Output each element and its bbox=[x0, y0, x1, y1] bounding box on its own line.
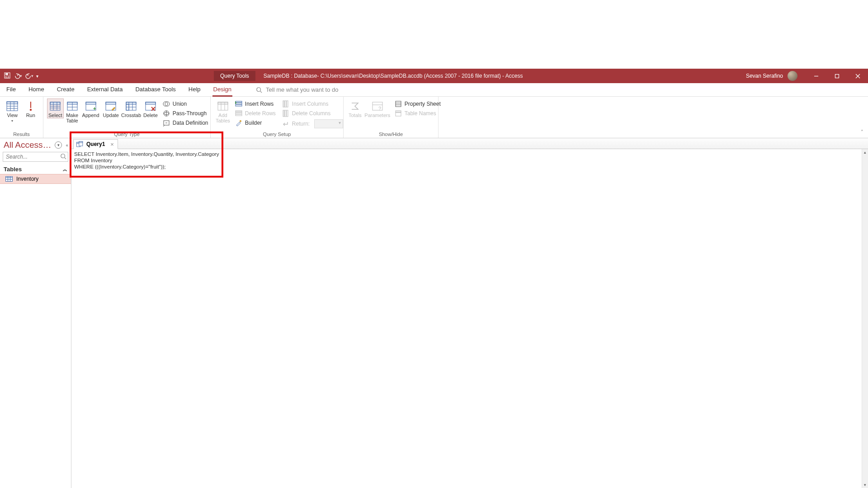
view-button[interactable]: View ▾ bbox=[4, 99, 21, 123]
run-button[interactable]: Run bbox=[22, 99, 40, 118]
property-sheet-icon bbox=[395, 100, 402, 108]
builder-icon bbox=[235, 119, 242, 127]
close-button[interactable] bbox=[847, 69, 868, 83]
make-table-button[interactable]: Make Table bbox=[65, 99, 80, 124]
delete-button[interactable]: Delete bbox=[142, 99, 159, 118]
navpane-section-tables[interactable]: Tables ︽ bbox=[0, 164, 71, 174]
return-icon bbox=[282, 120, 289, 127]
user-avatar[interactable] bbox=[788, 71, 797, 81]
scroll-down-icon[interactable]: ▾ bbox=[862, 482, 868, 488]
navpane-menu-icon[interactable]: ▾ bbox=[55, 141, 62, 149]
table-names-label: Table Names bbox=[405, 110, 436, 117]
tab-help[interactable]: Help bbox=[182, 83, 207, 96]
ribbon-group-query-setup: Add Tables + Insert Rows Delete Rows Bui… bbox=[211, 97, 344, 138]
view-label: View bbox=[7, 113, 18, 118]
navpane-item-inventory[interactable]: Inventory bbox=[0, 174, 71, 184]
delete-columns-label: Delete Columns bbox=[292, 110, 330, 117]
close-tab-icon[interactable]: × bbox=[110, 141, 114, 148]
tab-file[interactable]: File bbox=[0, 83, 22, 96]
crosstab-label: Crosstab bbox=[121, 113, 141, 118]
document-tabstrip: Query1 × bbox=[71, 138, 868, 149]
tell-me-input[interactable] bbox=[266, 86, 383, 93]
append-label: Append bbox=[82, 113, 99, 118]
update-button[interactable]: Update bbox=[102, 99, 120, 118]
group-label-query-type: Query Type bbox=[43, 131, 210, 137]
delete-rows-button: Delete Rows bbox=[232, 109, 278, 118]
ribbon: View ▾ Run Results Select Make Table + bbox=[0, 97, 868, 138]
contextual-tab-query-tools[interactable]: Query Tools bbox=[214, 71, 255, 81]
crosstab-button[interactable]: Crosstab bbox=[121, 99, 141, 118]
delete-rows-icon bbox=[235, 110, 242, 117]
navpane-title[interactable]: All Access … bbox=[4, 140, 53, 150]
navpane-collapse-icon[interactable]: « bbox=[66, 143, 68, 148]
svg-line-8 bbox=[260, 91, 262, 93]
search-icon bbox=[256, 87, 262, 93]
data-definition-button[interactable]: Data Definition bbox=[160, 118, 211, 127]
svg-rect-38 bbox=[146, 102, 156, 104]
totals-button: Totals bbox=[347, 99, 363, 118]
property-sheet-button[interactable]: Property Sheet bbox=[392, 99, 443, 108]
collapse-ribbon-icon[interactable]: ˄ bbox=[861, 129, 863, 135]
customize-qat-icon[interactable]: ▾ bbox=[36, 74, 38, 79]
svg-point-16 bbox=[30, 109, 32, 111]
select-button[interactable]: Select bbox=[47, 99, 64, 118]
svg-point-58 bbox=[240, 120, 241, 122]
document-tab-query1[interactable]: Query1 × bbox=[73, 139, 118, 149]
tab-design[interactable]: Design bbox=[207, 83, 238, 96]
group-label-results: Results bbox=[0, 131, 43, 137]
window-title: SampleDB : Database- C:\Users\sevan\Desk… bbox=[264, 73, 523, 79]
maximize-button[interactable] bbox=[826, 69, 847, 83]
append-button[interactable]: + Append bbox=[81, 99, 101, 118]
svg-rect-47 bbox=[218, 102, 228, 104]
sql-editor[interactable]: SELECT Inventory.Item, Inventory.Quantit… bbox=[72, 149, 862, 488]
tab-database-tools[interactable]: Database Tools bbox=[129, 83, 182, 96]
add-tables-button: Add Tables bbox=[214, 99, 231, 124]
group-label-show-hide: Show/Hide bbox=[344, 131, 438, 137]
return-combo bbox=[314, 119, 343, 128]
tab-create[interactable]: Create bbox=[51, 83, 81, 96]
insert-rows-button[interactable]: + Insert Rows bbox=[232, 99, 278, 108]
insert-rows-icon: + bbox=[235, 100, 242, 108]
make-table-label-1: Make bbox=[66, 113, 78, 118]
table-names-button: Table Names bbox=[392, 109, 443, 118]
chevron-up-icon: ︽ bbox=[63, 166, 67, 173]
table-names-icon bbox=[395, 110, 402, 117]
make-table-label-2: Table bbox=[66, 118, 78, 123]
navpane-search-input[interactable] bbox=[3, 152, 68, 162]
svg-text:?: ? bbox=[378, 106, 381, 111]
run-label: Run bbox=[26, 113, 35, 118]
save-icon[interactable] bbox=[4, 72, 11, 80]
table-icon bbox=[5, 176, 13, 182]
pass-through-button[interactable]: Pass-Through bbox=[160, 109, 211, 118]
undo-icon[interactable]: ▾ bbox=[14, 72, 22, 80]
insert-columns-label: Insert Columns bbox=[292, 101, 329, 107]
update-label: Update bbox=[103, 113, 119, 118]
builder-label: Builder bbox=[245, 120, 262, 126]
svg-rect-83 bbox=[79, 141, 83, 143]
ribbon-group-query-type: Select Make Table + Append Update Crosst… bbox=[43, 97, 211, 138]
minimize-button[interactable] bbox=[806, 69, 826, 83]
tab-home[interactable]: Home bbox=[22, 83, 51, 96]
scroll-up-icon[interactable]: ▴ bbox=[862, 149, 868, 155]
vertical-scrollbar[interactable]: ▴ ▾ bbox=[862, 149, 868, 488]
redo-icon[interactable]: ▾ bbox=[25, 72, 33, 80]
tab-external-data[interactable]: External Data bbox=[81, 83, 129, 96]
svg-rect-17 bbox=[50, 102, 60, 104]
svg-rect-32 bbox=[126, 102, 136, 104]
builder-button[interactable]: Builder bbox=[232, 118, 278, 127]
svg-rect-56 bbox=[236, 113, 242, 114]
insert-columns-icon bbox=[282, 100, 289, 108]
insert-rows-label: Insert Rows bbox=[245, 101, 274, 107]
union-label: Union bbox=[173, 101, 187, 107]
delete-rows-label: Delete Rows bbox=[245, 110, 276, 117]
parameters-button: ? Parameters bbox=[364, 99, 391, 118]
svg-rect-57 bbox=[236, 114, 242, 116]
tell-me-search[interactable] bbox=[256, 83, 383, 96]
svg-rect-68 bbox=[396, 101, 401, 107]
svg-rect-63 bbox=[285, 110, 286, 117]
ribbon-tabs: File Home Create External Data Database … bbox=[0, 83, 868, 97]
select-label: Select bbox=[48, 113, 62, 118]
user-name[interactable]: Sevan Serafino bbox=[746, 73, 783, 79]
union-button[interactable]: Union bbox=[160, 99, 211, 108]
svg-rect-62 bbox=[283, 110, 284, 117]
